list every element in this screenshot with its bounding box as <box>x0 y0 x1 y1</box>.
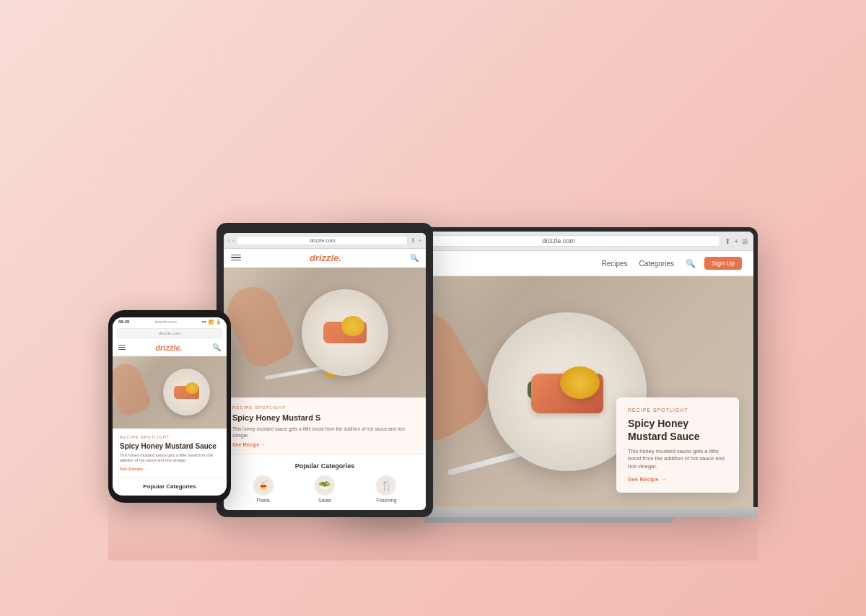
mobile-categories: Popular Categories <box>113 477 227 496</box>
mobile-logo[interactable]: drizzle. <box>155 343 182 352</box>
mobile-status-icons: ▪▪▪ 📶 🔋 <box>202 320 221 325</box>
tablet-url-bar[interactable]: drizzle.com <box>237 236 408 245</box>
mobile-content: RECIPE SPOTLIGHT Spicy Honey Mustard Sau… <box>113 428 227 477</box>
mobile-battery-icon: 🔋 <box>216 320 221 325</box>
tablet-forward-button[interactable]: › <box>232 237 235 244</box>
mobile-plate-food <box>172 382 201 403</box>
mobile-hamburger-line-3 <box>118 349 126 350</box>
tablet-toolbar-icons: ⬆ + <box>411 237 421 244</box>
tablet-plate-circle <box>302 289 388 376</box>
tablet-website-nav: drizzle. 🔍 <box>224 249 426 268</box>
tablet-category-finishing[interactable]: 🍴 Finishing <box>376 475 396 503</box>
laptop-toolbar-icons: ⬆ + ⊞ <box>725 237 748 245</box>
tablet-spotlight-title: Spicy Honey Mustard S <box>232 413 417 423</box>
mobile-spotlight-cta[interactable]: See Recipe → <box>120 467 219 471</box>
tablet-plate-food <box>320 314 370 351</box>
mobile-plate-circle <box>163 369 210 415</box>
mobile-wifi-icon: 📶 <box>209 320 214 325</box>
mobile-categories-title: Popular Categories <box>120 483 219 490</box>
laptop-signup-button[interactable]: Sign Up <box>704 257 742 270</box>
mobile-body: 08:25 drizzle.com ▪▪▪ 📶 🔋 drizzle.com <box>108 310 231 503</box>
tablet-search-icon[interactable]: 🔍 <box>410 254 419 262</box>
laptop-spotlight-cta[interactable]: See Recipe → <box>628 476 727 483</box>
tablet-categories: Popular Categories 🍝 Pasta 🥗 Salad 🍴 <box>224 454 426 510</box>
salad-label: Salad <box>318 498 331 503</box>
pasta-label: Pasta <box>257 498 270 503</box>
tablet-browser-bar: ‹ › drizzle.com ⬆ + <box>224 233 426 249</box>
tablet-spotlight-cta[interactable]: See Recipe → <box>232 442 417 447</box>
mobile-time: 08:25 <box>118 320 129 324</box>
mobile-url-bar[interactable]: drizzle.com <box>117 328 222 338</box>
tablet-category-items: 🍝 Pasta 🥗 Salad 🍴 Finishing <box>232 475 417 503</box>
salad-icon: 🥗 <box>315 475 335 496</box>
pasta-icon: 🍝 <box>253 475 274 496</box>
mobile-search-icon[interactable]: 🔍 <box>212 343 221 351</box>
tablet-hero <box>224 268 426 397</box>
laptop-food-sauce <box>560 366 600 399</box>
laptop-plate-food <box>524 363 611 421</box>
laptop-search-icon[interactable]: 🔍 <box>686 259 696 268</box>
tablet-category-salad[interactable]: 🥗 Salad <box>315 475 335 503</box>
tablet-logo[interactable]: drizzle. <box>310 252 341 263</box>
tablet-back-button[interactable]: ‹ <box>228 237 230 244</box>
hamburger-line-2 <box>231 257 241 258</box>
mobile-menu-button[interactable] <box>118 345 126 350</box>
mobile-network-name: drizzle.com <box>154 320 176 324</box>
laptop-nav-links: Recipes Categories <box>601 260 674 268</box>
laptop-nav-actions: 🔍 Sign Up <box>686 257 742 270</box>
laptop-nav-categories[interactable]: Categories <box>639 260 674 268</box>
mobile-nav: drizzle. 🔍 <box>113 340 227 356</box>
tablet-spotlight-label: RECIPE SPOTLIGHT <box>232 405 417 410</box>
mobile-device: 08:25 drizzle.com ▪▪▪ 📶 🔋 drizzle.com <box>108 310 231 503</box>
tablet-spotlight-card: RECIPE SPOTLIGHT Spicy Honey Mustard S T… <box>224 397 426 454</box>
tablet-nav-btns: ‹ › <box>228 237 234 244</box>
share-icon[interactable]: ⬆ <box>725 237 730 245</box>
mobile-screen: 08:25 drizzle.com ▪▪▪ 📶 🔋 drizzle.com <box>113 317 227 496</box>
tablet-spotlight-desc: This honey mustard sauce gets a little b… <box>232 426 417 439</box>
tablet-plate <box>294 282 395 383</box>
laptop-url-bar[interactable]: drizzle.com <box>397 235 720 247</box>
tablet-browser: ‹ › drizzle.com ⬆ + dr <box>224 233 426 510</box>
laptop-spotlight-title: Spicy Honey Mustard Sauce <box>628 417 727 443</box>
mobile-spotlight-label: RECIPE SPOTLIGHT <box>120 435 219 439</box>
tablet-food-sauce <box>341 316 364 336</box>
mobile-status-bar: 08:25 drizzle.com ▪▪▪ 📶 🔋 <box>113 317 227 327</box>
mobile-hamburger-line-1 <box>118 345 126 346</box>
tablet-menu-button[interactable] <box>231 255 241 261</box>
mobile-spotlight-desc: This honey mustard sauce gets a little b… <box>120 453 219 464</box>
finishing-icon: 🍴 <box>376 475 396 496</box>
tab-overview-icon[interactable]: ⊞ <box>742 237 748 245</box>
finishing-label: Finishing <box>376 498 396 503</box>
laptop-spotlight-desc: This honey mustard sauce gets a little b… <box>628 448 727 471</box>
tablet-add-tab-icon[interactable]: + <box>418 237 421 244</box>
hamburger-line-1 <box>231 255 241 256</box>
mobile-plate <box>159 365 214 419</box>
laptop-nav-recipes[interactable]: Recipes <box>601 260 627 268</box>
laptop-spotlight-card: RECIPE SPOTLIGHT Spicy Honey Mustard Sau… <box>616 397 739 493</box>
mobile-hamburger-line-2 <box>118 347 126 348</box>
mobile-food-sauce <box>185 382 198 394</box>
mobile-spotlight-title: Spicy Honey Mustard Sauce <box>120 441 219 451</box>
tablet-hand-shape <box>224 278 299 371</box>
laptop-spotlight-label: RECIPE SPOTLIGHT <box>628 408 727 413</box>
add-tab-icon[interactable]: + <box>734 237 738 245</box>
mobile-hero <box>113 356 227 428</box>
hamburger-line-3 <box>231 260 241 261</box>
mobile-signal-icon: ▪▪▪ <box>202 320 206 324</box>
scene: ‹ › drizzle.com ⬆ + ⊞ drizzle. <box>108 56 758 560</box>
mobile-hand-shape <box>113 359 153 418</box>
tablet-categories-title: Popular Categories <box>232 462 417 470</box>
tablet-share-icon[interactable]: ⬆ <box>411 237 416 244</box>
tablet-device: ‹ › drizzle.com ⬆ + dr <box>216 223 433 517</box>
tablet-body: ‹ › drizzle.com ⬆ + dr <box>216 223 433 517</box>
tablet-category-pasta[interactable]: 🍝 Pasta <box>253 475 274 503</box>
